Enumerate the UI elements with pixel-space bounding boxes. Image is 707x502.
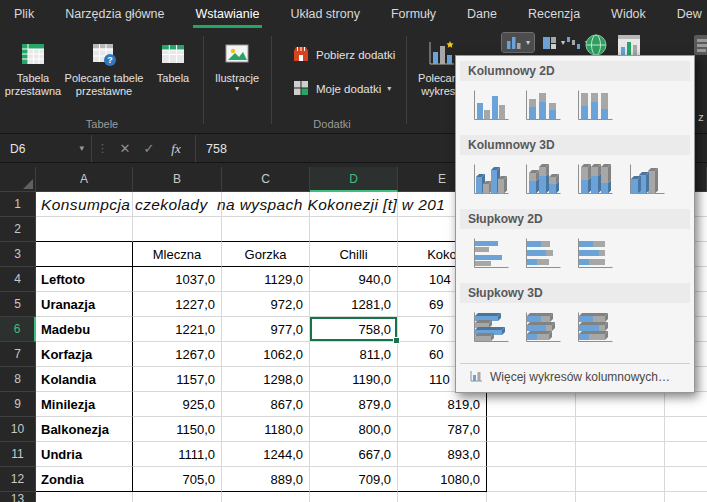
cell-G13[interactable]: [576, 492, 665, 502]
cell-F11[interactable]: [487, 442, 576, 467]
my-addins-button[interactable]: Moje dodatki ▾: [292, 78, 391, 100]
tab-dane[interactable]: Dane: [467, 0, 497, 28]
cell-C4[interactable]: 1129,0: [222, 267, 310, 292]
cell-D7[interactable]: 811,0: [310, 342, 398, 367]
cell-A10[interactable]: Balkonezja: [36, 417, 133, 442]
cell-C5[interactable]: 972,0: [222, 292, 310, 317]
insert-column-chart-button[interactable]: ▾: [502, 33, 534, 52]
pivot-table-button[interactable]: Tabela przestawna: [2, 32, 64, 98]
chart-type-stacked-bar-3d[interactable]: [517, 308, 565, 350]
cell-D9[interactable]: 879,0: [310, 392, 398, 417]
select-all-corner[interactable]: [0, 167, 36, 192]
table-button[interactable]: Tabela: [146, 32, 200, 85]
cell-D2[interactable]: [310, 217, 398, 242]
row-header-4[interactable]: 4: [0, 267, 36, 292]
row-header-8[interactable]: 8: [0, 367, 36, 392]
cell-B9[interactable]: 925,0: [133, 392, 222, 417]
row-header-11[interactable]: 11: [0, 442, 36, 467]
cell-E10[interactable]: 787,0: [398, 417, 487, 442]
formula-bar-drag-handle-icon[interactable]: ⋮: [92, 135, 113, 162]
cell-A12[interactable]: Zondia: [36, 467, 133, 492]
illustrations-button[interactable]: Ilustracje ▾: [207, 32, 267, 93]
cancel-icon[interactable]: ✕: [113, 135, 137, 162]
tab-formuły[interactable]: Formuły: [391, 0, 436, 28]
row-header-12[interactable]: 12: [0, 467, 36, 492]
chart-type-stacked-100-column-3d[interactable]: [569, 160, 617, 202]
cell-A13[interactable]: [36, 492, 133, 502]
chart-type-stacked-100-column[interactable]: [569, 86, 617, 128]
tab-plik[interactable]: Plik: [14, 0, 34, 28]
cell-A7[interactable]: Korfazja: [36, 342, 133, 367]
tab-recenzja[interactable]: Recenzja: [528, 0, 580, 28]
cell-C6[interactable]: 977,0: [222, 317, 310, 342]
row-header-3[interactable]: 3: [0, 242, 36, 267]
cell-D10[interactable]: 800,0: [310, 417, 398, 442]
cell-C10[interactable]: 1180,0: [222, 417, 310, 442]
enter-icon[interactable]: ✓: [137, 135, 161, 162]
insert-function-icon[interactable]: fx: [161, 135, 191, 162]
cell-B13[interactable]: [133, 492, 222, 502]
cell-D4[interactable]: 940,0: [310, 267, 398, 292]
cell-C11[interactable]: 1244,0: [222, 442, 310, 467]
cell-B2[interactable]: [133, 217, 222, 242]
cell-F9[interactable]: [487, 392, 576, 417]
chart-type-stacked-column-3d[interactable]: [517, 160, 565, 202]
cell-B6[interactable]: 1221,0: [133, 317, 222, 342]
tab-widok[interactable]: Widok: [611, 0, 646, 28]
row-header-5[interactable]: 5: [0, 292, 36, 317]
column-header-C[interactable]: C: [222, 167, 310, 192]
cell-E11[interactable]: 893,0: [398, 442, 487, 467]
cell-C12[interactable]: 889,0: [222, 467, 310, 492]
name-box[interactable]: D6 ▾: [0, 135, 92, 162]
row-header-2[interactable]: 2: [0, 217, 36, 242]
cell-B12[interactable]: 705,0: [133, 467, 222, 492]
cell-C3[interactable]: Gorzka: [222, 242, 310, 267]
cell-G12[interactable]: [576, 467, 665, 492]
cell-D6[interactable]: 758,0: [310, 317, 398, 342]
cell-A2[interactable]: [36, 217, 133, 242]
cell-D8[interactable]: 1190,0: [310, 367, 398, 392]
cell-A6[interactable]: Madebu: [36, 317, 133, 342]
cell-C2[interactable]: [222, 217, 310, 242]
cell-A5[interactable]: Uranazja: [36, 292, 133, 317]
cell-C8[interactable]: 1298,0: [222, 367, 310, 392]
chart-type-stacked-100-bar-3d[interactable]: [569, 308, 617, 350]
row-header-13[interactable]: 13: [0, 492, 36, 502]
cell-F12[interactable]: [487, 467, 576, 492]
column-header-D[interactable]: D: [310, 167, 398, 192]
cell-F10[interactable]: [487, 417, 576, 442]
cell-A4[interactable]: Leftoto: [36, 267, 133, 292]
tab-narzędzia-główne[interactable]: Narzędzia główne: [65, 0, 164, 28]
cell-D3[interactable]: Chilli: [310, 242, 398, 267]
row-header-1[interactable]: 1: [0, 192, 36, 217]
cell-B8[interactable]: 1157,0: [133, 367, 222, 392]
cell-A9[interactable]: Minilezja: [36, 392, 133, 417]
cell-A3[interactable]: [36, 242, 133, 267]
chart-type-stacked-column[interactable]: [517, 86, 565, 128]
cell-G10[interactable]: [576, 417, 665, 442]
more-column-charts-button[interactable]: Więcej wykresów kolumnowych…: [460, 363, 690, 389]
chart-type-clustered-column[interactable]: [465, 86, 513, 128]
chart-type-stacked-bar[interactable]: [517, 234, 565, 276]
column-header-B[interactable]: B: [133, 167, 222, 192]
chart-type-stacked-100-bar[interactable]: [569, 234, 617, 276]
row-header-6[interactable]: 6: [0, 317, 36, 342]
get-addins-button[interactable]: Pobierz dodatki: [292, 44, 395, 66]
tab-dew[interactable]: Dew: [677, 0, 702, 28]
tab-wstawianie[interactable]: Wstawianie: [196, 0, 260, 28]
cell-G11[interactable]: [576, 442, 665, 467]
cell-B5[interactable]: 1227,0: [133, 292, 222, 317]
cell-B11[interactable]: 1111,0: [133, 442, 222, 467]
name-box-dropdown-icon[interactable]: ▾: [79, 144, 84, 153]
cell-C9[interactable]: 867,0: [222, 392, 310, 417]
cell-B3[interactable]: Mleczna: [133, 242, 222, 267]
cell-D12[interactable]: 709,0: [310, 467, 398, 492]
cell-A11[interactable]: Undria: [36, 442, 133, 467]
cell-B7[interactable]: 1267,0: [133, 342, 222, 367]
cell-D5[interactable]: 1281,0: [310, 292, 398, 317]
cell-B10[interactable]: 1150,0: [133, 417, 222, 442]
chart-type-column-3d[interactable]: [621, 160, 669, 202]
cell-A8[interactable]: Kolandia: [36, 367, 133, 392]
cell-F13[interactable]: [487, 492, 576, 502]
cell-E13[interactable]: [398, 492, 487, 502]
